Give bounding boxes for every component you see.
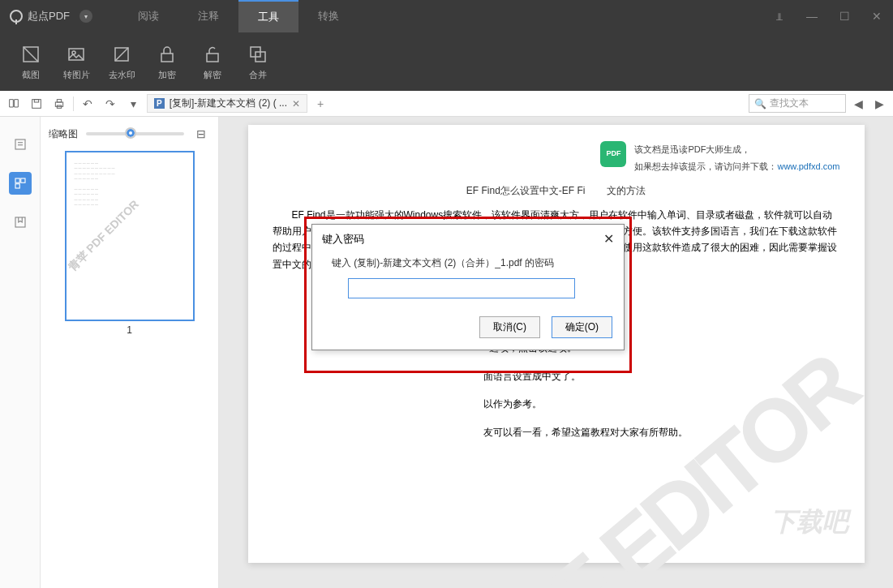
site-watermark: 下载吧 [771, 497, 848, 547]
watermark-icon [110, 43, 133, 66]
dialog-buttons: 取消(C) 确定(O) [312, 310, 624, 350]
maximize-icon[interactable]: ☐ [828, 0, 861, 32]
panel-collapse-icon[interactable]: ⊟ [192, 125, 210, 143]
svg-rect-10 [55, 102, 62, 106]
thumbnail-title: 缩略图 [49, 127, 78, 141]
app-title: 起点PDF [28, 9, 70, 24]
password-dialog: 键入密码 ✕ 键入 (复制)-新建文本文档 (2)（合并）_1.pdf 的密码 … [311, 224, 625, 350]
document-tab-label: [复制]-新建文本文档 (2) ( ... [170, 97, 287, 110]
dialog-close-icon[interactable]: ✕ [603, 231, 614, 247]
password-input[interactable] [348, 278, 575, 298]
merge-button[interactable]: 合并 [235, 38, 281, 86]
to-image-button[interactable]: 转图片 [54, 38, 99, 86]
slider-handle[interactable] [125, 127, 136, 139]
tab-tools[interactable]: 工具 [238, 0, 298, 32]
svg-rect-13 [15, 139, 25, 149]
bookmarks-button[interactable] [9, 211, 32, 234]
thumbnail-header: 缩略图 ⊟ [49, 125, 210, 143]
tools-toolbar: 截图 转图片 去水印 加密 解密 合并 [0, 32, 893, 91]
svg-rect-11 [57, 99, 61, 101]
undo-icon[interactable]: ↶ [79, 95, 97, 113]
svg-rect-5 [207, 54, 218, 62]
lock-icon [156, 43, 178, 66]
page-title-line: EF Find怎么设置中文-EF Fi 文的方法 [273, 182, 840, 200]
screenshot-button[interactable]: 截图 [8, 38, 54, 86]
pdf-logo-icon: PDF [600, 141, 626, 167]
encrypt-button[interactable]: 加密 [144, 38, 190, 86]
thumbnails-button[interactable] [9, 172, 32, 195]
title-bar: 起点PDF ▾ 阅读 注释 工具 转换 ⫫ — ☐ ✕ [0, 0, 893, 32]
dropdown-icon[interactable]: ▾ [124, 95, 142, 113]
dialog-message: 键入 (复制)-新建文本文档 (2)（合并）_1.pdf 的密码 [332, 256, 604, 270]
svg-rect-17 [20, 178, 24, 182]
dialog-body: 键入 (复制)-新建文本文档 (2)（合并）_1.pdf 的密码 [312, 253, 624, 310]
side-toolbar [0, 117, 41, 588]
prev-result-icon[interactable]: ◀ [849, 95, 867, 113]
print-icon[interactable] [50, 95, 68, 113]
svg-rect-9 [34, 99, 38, 101]
image-icon [65, 43, 88, 66]
thumbnail-panel: 缩略图 ⊟ — — — — — —— — — — — — — — — —— — … [41, 117, 219, 588]
merge-icon [247, 43, 269, 66]
main-tabs: 阅读 注释 工具 转换 [118, 0, 358, 32]
document-tab[interactable]: P [复制]-新建文本文档 (2) ( ... ✕ [147, 94, 307, 113]
redo-icon[interactable]: ↷ [101, 95, 119, 113]
close-icon[interactable]: ✕ [861, 0, 893, 32]
search-placeholder: 查找文本 [770, 97, 809, 110]
ok-button[interactable]: 确定(O) [552, 316, 612, 338]
svg-rect-4 [161, 54, 173, 62]
dialog-title-bar: 键入密码 ✕ [312, 225, 624, 253]
next-result-icon[interactable]: ▶ [870, 95, 888, 113]
separator [73, 97, 74, 111]
svg-rect-16 [15, 178, 19, 182]
tab-convert[interactable]: 转换 [298, 0, 358, 32]
tab-annotate[interactable]: 注释 [178, 0, 238, 32]
app-menu-dropdown[interactable]: ▾ [79, 10, 92, 23]
pin-icon [10, 10, 23, 23]
tab-read[interactable]: 阅读 [118, 0, 178, 32]
decrypt-button[interactable]: 解密 [190, 38, 235, 86]
collapse-icon[interactable]: ⫫ [763, 0, 796, 32]
cancel-button[interactable]: 取消(C) [479, 316, 540, 338]
add-tab-button[interactable]: + [312, 97, 328, 110]
download-link[interactable]: www.pdfxd.com [777, 161, 839, 171]
page-thumbnail-1[interactable]: — — — — — —— — — — — — — — — —— — — — — … [65, 151, 195, 321]
outline-button[interactable] [9, 133, 32, 156]
document-area[interactable]: PDF 该文档是迅读PDF大师生成， 如果想去掉该提示，请访问并下载：www.p… [219, 117, 893, 588]
pdf-badge-icon: P [154, 98, 165, 109]
page-notice: PDF 该文档是迅读PDF大师生成， 如果想去掉该提示，请访问并下载：www.p… [273, 141, 840, 175]
tab-close-icon[interactable]: ✕ [292, 98, 300, 109]
thumbnail-page-number: 1 [49, 324, 210, 336]
zoom-slider[interactable] [86, 132, 184, 135]
save-icon[interactable] [28, 95, 45, 113]
dialog-title: 键入密码 [322, 232, 364, 247]
remove-watermark-button[interactable]: 去水印 [99, 38, 144, 86]
svg-rect-18 [15, 184, 19, 188]
thumb-watermark: 青苹 PDF EDITOR [66, 197, 143, 274]
search-icon: 🔍 [754, 98, 766, 109]
search-input[interactable]: 🔍 查找文本 [749, 94, 846, 113]
svg-rect-19 [15, 217, 25, 227]
screenshot-icon [19, 43, 42, 66]
svg-rect-8 [32, 99, 41, 108]
window-controls: ⫫ — ☐ ✕ [763, 0, 893, 32]
app-logo: 起点PDF ▾ [0, 9, 102, 24]
document-bar: ↶ ↷ ▾ P [复制]-新建文本文档 (2) ( ... ✕ + 🔍 查找文本… [0, 91, 893, 117]
workspace: 缩略图 ⊟ — — — — — —— — — — — — — — — —— — … [0, 117, 893, 588]
minimize-icon[interactable]: — [796, 0, 828, 32]
book-icon[interactable] [5, 95, 23, 113]
unlock-icon [201, 43, 224, 66]
